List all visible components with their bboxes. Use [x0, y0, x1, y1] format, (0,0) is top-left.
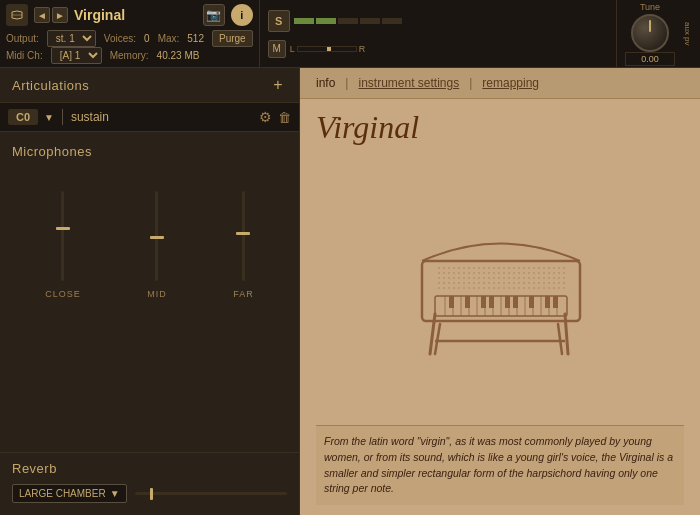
far-fader-track[interactable] — [242, 191, 245, 281]
microphones-title: Microphones — [12, 144, 287, 159]
reverb-row: LARGE CHAMBER ▼ — [12, 484, 287, 503]
memory-label: Memory: — [110, 50, 149, 61]
nav-arrows: ◄ ► — [34, 7, 68, 23]
faders-row: CLOSE MID FAR — [12, 179, 287, 299]
s-button[interactable]: S — [268, 10, 290, 32]
mini-meter — [294, 18, 402, 24]
close-fader-handle[interactable] — [56, 227, 70, 230]
voices-max-label: Max: — [158, 33, 180, 44]
add-articulation-button[interactable]: + — [269, 76, 287, 94]
midi-dropdown[interactable]: [A] 1 — [51, 47, 102, 64]
memory-value: 40.23 MB — [157, 50, 200, 61]
articulations-header: Articulations + — [0, 68, 299, 103]
left-panel: Articulations + C0 ▼ sustain ⚙ 🗑 Microph… — [0, 68, 300, 515]
meter-bar-1 — [294, 18, 314, 24]
close-label: CLOSE — [45, 289, 81, 299]
m-button[interactable]: M — [268, 40, 286, 58]
voices-label: Voices: — [104, 33, 136, 44]
tab-sep-1: | — [345, 76, 348, 90]
articulation-name: sustain — [71, 110, 253, 124]
instrument-info-panel: ◄ ► Virginal 📷 i Output: st. 1 Voices: 0… — [0, 0, 260, 67]
articulation-row: C0 ▼ sustain ⚙ 🗑 — [0, 103, 299, 132]
r-label: R — [359, 44, 366, 54]
instrument-name: Virginal — [74, 7, 197, 23]
far-label: FAR — [233, 289, 254, 299]
note-dropdown-arrow[interactable]: ▼ — [44, 112, 54, 123]
virginal-drawing — [380, 206, 620, 366]
reverb-section: Reverb LARGE CHAMBER ▼ — [0, 452, 299, 515]
reverb-preset-label: LARGE CHAMBER — [19, 488, 106, 499]
nav-right-button[interactable]: ► — [52, 7, 68, 23]
lr-meter: L R — [290, 44, 366, 54]
reverb-title: Reverb — [12, 461, 287, 476]
info-content: Virginal — [300, 99, 700, 515]
reverb-fader-handle[interactable] — [150, 488, 153, 500]
camera-button[interactable]: 📷 — [203, 4, 225, 26]
output-label: Output: — [6, 33, 39, 44]
note-badge: C0 — [8, 109, 38, 125]
svg-rect-28 — [513, 296, 518, 308]
mid-fader-track[interactable] — [155, 191, 158, 281]
close-fader-track[interactable] — [61, 191, 64, 281]
tab-instrument-settings[interactable]: instrument settings — [354, 74, 463, 92]
meter-bar-4 — [360, 18, 380, 24]
meter-bar-5 — [382, 18, 402, 24]
midi-row: Midi Ch: [A] 1 Memory: 40.23 MB — [6, 47, 253, 64]
svg-rect-24 — [465, 296, 470, 308]
far-fader-handle[interactable] — [236, 232, 250, 235]
output-row: Output: st. 1 Voices: 0 Max: 512 Purge — [6, 30, 253, 47]
midi-label: Midi Ch: — [6, 50, 43, 61]
pv-label: pv — [683, 37, 692, 45]
tab-sep-2: | — [469, 76, 472, 90]
tab-info[interactable]: info — [312, 74, 339, 92]
separator — [62, 109, 63, 125]
svg-rect-25 — [481, 296, 486, 308]
purge-button[interactable]: Purge — [212, 30, 253, 47]
fader-close: CLOSE — [45, 191, 81, 299]
voices-value: 0 — [144, 33, 150, 44]
right-panel: info | instrument settings | remapping V… — [300, 68, 700, 515]
svg-rect-30 — [545, 296, 550, 308]
title-row: ◄ ► Virginal 📷 i — [6, 4, 253, 26]
nav-left-button[interactable]: ◄ — [34, 7, 50, 23]
l-label: L — [290, 44, 295, 54]
reverb-dropdown[interactable]: LARGE CHAMBER ▼ — [12, 484, 127, 503]
tab-remapping[interactable]: remapping — [478, 74, 543, 92]
microphones-section: Microphones CLOSE MID — [0, 132, 299, 452]
tune-knob[interactable] — [631, 14, 669, 52]
mid-fader-handle[interactable] — [150, 236, 164, 239]
gear-icon[interactable]: ⚙ — [259, 109, 272, 125]
fader-far: FAR — [233, 191, 254, 299]
trash-icon[interactable]: 🗑 — [278, 110, 291, 125]
tune-label: Tune — [640, 2, 660, 12]
svg-rect-29 — [529, 296, 534, 308]
reverb-fader-track[interactable] — [135, 492, 287, 495]
lr-track — [297, 46, 357, 52]
instrument-illustration — [316, 154, 684, 417]
output-dropdown[interactable]: st. 1 — [47, 30, 96, 47]
tune-knob-container: Tune 0.00 — [625, 2, 675, 66]
articulations-title: Articulations — [12, 78, 89, 93]
voices-max-value: 512 — [187, 33, 204, 44]
meter-bar-2 — [316, 18, 336, 24]
svg-rect-27 — [505, 296, 510, 308]
top-toolbar: ◄ ► Virginal 📷 i Output: st. 1 Voices: 0… — [0, 0, 700, 68]
instrument-display-title: Virginal — [316, 109, 684, 146]
tune-value: 0.00 — [625, 52, 675, 66]
tabs-bar: info | instrument settings | remapping — [300, 68, 700, 99]
aux-label: aux — [683, 22, 692, 35]
svg-rect-23 — [449, 296, 454, 308]
svg-line-4 — [558, 324, 562, 354]
instrument-icon — [6, 4, 28, 26]
info-button[interactable]: i — [231, 4, 253, 26]
fader-mid: MID — [147, 191, 167, 299]
main-content: Articulations + C0 ▼ sustain ⚙ 🗑 Microph… — [0, 68, 700, 515]
tune-panel: Tune 0.00 aux pv — [617, 0, 700, 67]
mid-label: MID — [147, 289, 167, 299]
description-text: From the latin word "virgin", as it was … — [316, 425, 684, 505]
meter-bar-3 — [338, 18, 358, 24]
lr-indicator — [327, 47, 331, 51]
svg-rect-31 — [553, 296, 558, 308]
svg-rect-26 — [489, 296, 494, 308]
transport-panel: S M L R — [260, 0, 617, 67]
